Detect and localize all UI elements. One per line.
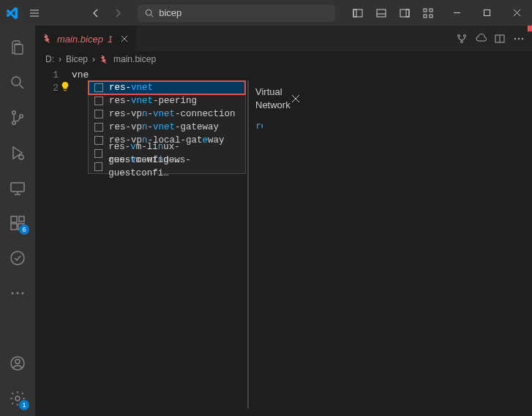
svg-rect-9 <box>430 15 432 18</box>
more-actions-icon[interactable] <box>513 33 525 45</box>
svg-point-30 <box>461 40 463 42</box>
svg-point-27 <box>15 396 20 401</box>
svg-point-12 <box>12 111 15 114</box>
tab-problems-count: 1 <box>108 34 113 45</box>
snippet-icon <box>94 149 102 158</box>
testing-icon[interactable] <box>0 241 35 276</box>
tab-title: main.bicep <box>57 34 103 45</box>
svg-point-29 <box>464 34 466 37</box>
split-editor-icon[interactable] <box>494 33 506 45</box>
titlebar: bicep <box>0 0 532 26</box>
suggest-item[interactable]: res-vnet <box>89 81 245 94</box>
maximize-button-icon[interactable] <box>475 0 499 26</box>
line-number: 2 <box>35 82 59 95</box>
svg-point-15 <box>19 155 23 159</box>
explorer-icon[interactable] <box>0 30 35 65</box>
tab-actions <box>456 26 532 51</box>
svg-point-32 <box>514 37 516 39</box>
minimize-button-icon[interactable] <box>445 0 469 26</box>
typed-text: vne <box>72 69 89 80</box>
svg-point-13 <box>12 121 15 124</box>
deploy-cloud-icon[interactable] <box>475 33 487 45</box>
suggest-widget[interactable]: res-vnet res-vnet-peering res-vpn-vnet-c… <box>88 80 246 174</box>
tab-main-bicep[interactable]: main.bicep 1 <box>35 26 136 51</box>
svg-rect-4 <box>400 10 409 17</box>
doc-close-icon[interactable] <box>291 94 301 104</box>
search-icon <box>144 8 154 18</box>
suggest-item[interactable]: res-vm-windows-guestconfi… <box>89 160 245 173</box>
svg-point-26 <box>15 360 20 364</box>
svg-rect-16 <box>11 183 24 192</box>
svg-rect-18 <box>11 224 17 230</box>
extensions-badge: 6 <box>19 224 29 235</box>
run-debug-icon[interactable] <box>0 135 35 170</box>
search-activity-icon[interactable] <box>0 65 35 100</box>
svg-point-11 <box>12 77 20 86</box>
doc-title: Virtual Network <box>255 86 291 112</box>
svg-point-24 <box>22 292 24 295</box>
svg-point-34 <box>522 37 523 39</box>
svg-point-23 <box>17 292 19 295</box>
global-search-box[interactable]: bicep <box>138 4 335 22</box>
suggest-detail-widget: Virtual Network resource virtualNetwork … <box>247 80 249 409</box>
source-control-icon[interactable] <box>0 100 35 135</box>
close-button-icon[interactable] <box>505 0 529 26</box>
overview-ruler-error-icon <box>528 26 532 31</box>
menu-button-icon[interactable] <box>26 3 42 23</box>
customize-layout-icon[interactable] <box>417 3 439 23</box>
svg-point-28 <box>458 34 460 37</box>
snippet-icon <box>94 123 103 132</box>
bicep-file-icon <box>42 34 53 44</box>
chevron-icon: › <box>92 54 95 64</box>
svg-rect-1 <box>353 10 362 17</box>
breadcrumb[interactable]: D: › Bicep › main.bicep <box>35 51 532 67</box>
layout-controls <box>347 3 439 23</box>
snippet-icon <box>94 83 103 92</box>
svg-point-0 <box>146 10 151 15</box>
svg-point-14 <box>20 115 23 118</box>
vscode-logo-icon <box>3 0 20 26</box>
settings-gear-icon[interactable]: 1 <box>0 381 35 416</box>
toggle-panel-icon[interactable] <box>370 3 392 23</box>
visualize-icon[interactable] <box>456 33 468 45</box>
code-text[interactable]: vne res-vnet res-vnet-peering res-vpn-vn… <box>72 67 89 416</box>
doc-body: resource virtualNetwork 'Microsoft.Netwo… <box>248 116 263 408</box>
suggest-item[interactable]: res-vpn-vnet-connection <box>89 107 245 121</box>
main-area: 6 1 main.bicep 1 <box>0 26 532 416</box>
more-icon[interactable] <box>0 276 35 311</box>
breadcrumb-folder: Bicep <box>66 54 88 64</box>
svg-rect-3 <box>377 10 386 17</box>
nav-back-icon[interactable] <box>87 3 103 23</box>
suggest-item[interactable]: res-vpn-vnet-gateway <box>89 121 245 134</box>
bicep-file-icon <box>100 55 109 64</box>
svg-rect-20 <box>19 216 24 222</box>
toggle-secondary-sidebar-icon[interactable] <box>394 3 416 23</box>
activitybar: 6 1 <box>0 26 35 416</box>
settings-badge: 1 <box>19 400 29 410</box>
svg-rect-17 <box>11 216 17 222</box>
breadcrumb-file: main.bicep <box>113 54 156 64</box>
chevron-icon: › <box>59 54 61 64</box>
line-number: 1 <box>35 69 59 82</box>
svg-rect-2 <box>353 10 356 17</box>
snippet-icon <box>94 110 103 118</box>
extensions-icon[interactable]: 6 <box>0 205 35 241</box>
svg-point-21 <box>11 252 24 265</box>
tabs-row: main.bicep 1 <box>35 26 532 51</box>
suggest-item[interactable]: res-vnet-peering <box>89 94 245 107</box>
lightbulb-icon[interactable] <box>60 81 70 91</box>
toggle-primary-sidebar-icon[interactable] <box>347 3 369 23</box>
tab-close-icon[interactable] <box>120 34 129 43</box>
nav-forward-icon[interactable] <box>110 3 126 23</box>
accounts-icon[interactable] <box>0 346 35 381</box>
svg-point-33 <box>518 37 520 39</box>
svg-rect-5 <box>406 10 409 17</box>
snippet-icon <box>94 136 103 145</box>
svg-rect-10 <box>484 10 490 16</box>
snippet-icon <box>94 162 102 171</box>
editor-content[interactable]: 1 2 vne res-vnet res-vnet-peering <box>35 67 532 416</box>
svg-rect-8 <box>424 15 427 18</box>
search-input-text: bicep <box>159 7 181 18</box>
remote-explorer-icon[interactable] <box>0 170 35 205</box>
snippet-icon <box>94 97 103 105</box>
